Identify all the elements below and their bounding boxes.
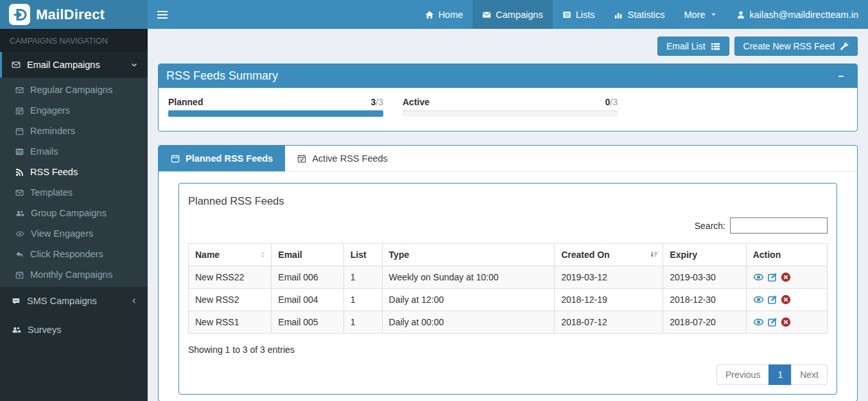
nav-user-email: kailash@maildirectteam.in [750, 10, 858, 20]
column-header-action[interactable]: Action [746, 244, 827, 266]
column-header-list[interactable]: List [343, 244, 382, 266]
sidebar-item-emails[interactable]: Emails [0, 141, 148, 162]
tab-label: Active RSS Feeds [312, 153, 388, 164]
envelope-icon [12, 60, 21, 69]
envelope-icon [482, 10, 491, 19]
edit-icon[interactable] [767, 317, 777, 327]
tab-active-rss-feeds[interactable]: Active RSS Feeds [285, 146, 400, 171]
cell-type: Weekly on Sunday at 10:00 [382, 266, 555, 289]
pagination-page-1-button[interactable]: 1 [768, 364, 792, 385]
th-list-icon [711, 42, 720, 51]
sidebar-item-label: Group Campaigns [31, 208, 107, 218]
sidebar-item-label: Surveys [28, 325, 61, 335]
envelope-icon [15, 189, 24, 197]
sidebar-item-label: Regular Campaigns [30, 85, 112, 95]
sidebar-item-email-campaigns[interactable]: Email Campaigns [0, 52, 148, 78]
sidebar-toggle-hamburger-icon[interactable] [148, 0, 177, 29]
action-cell [753, 272, 820, 282]
sidebar-item-rss-feeds[interactable]: RSS Feeds [0, 162, 148, 182]
cell-list: 1 [343, 289, 382, 311]
table-header-row: Name Email List Type Created On Expiry A… [189, 244, 828, 266]
sidebar-item-view-engagers[interactable]: View Engagers [0, 223, 148, 244]
nav-campaigns[interactable]: Campaigns [473, 0, 552, 29]
sidebar-item-engagers[interactable]: Engagers [0, 100, 148, 121]
email-list-button[interactable]: Email List [657, 37, 729, 56]
collapse-button[interactable] [833, 73, 849, 80]
delete-times-circle-icon[interactable] [781, 317, 791, 327]
bar-chart-icon [614, 10, 623, 19]
sidebar-item-label: Templates [30, 187, 73, 198]
sidebar-item-label: Click Responders [30, 249, 103, 259]
navbar: Home Campaigns Lists Statistics More kai… [148, 0, 868, 29]
calendar-icon [171, 154, 180, 163]
cell-created-on: 2018-12-19 [555, 289, 663, 311]
sidebar-item-label: Emails [30, 146, 58, 157]
sidebar-item-surveys[interactable]: Surveys [0, 317, 148, 343]
column-header-type[interactable]: Type [382, 244, 555, 266]
sidebar-item-label: SMS Campaigns [27, 296, 97, 306]
cell-created-on: 2018-07-12 [555, 311, 663, 334]
brand-logo[interactable]: MailDirect [0, 0, 148, 29]
sidebar-item-label: Email Campaigns [27, 60, 100, 70]
rss-feeds-tabs-panel: Planned RSS Feeds Active RSS Feeds Plann… [158, 145, 858, 401]
caret-down-icon [710, 11, 717, 18]
envelope-square-icon [15, 148, 24, 156]
nav-more[interactable]: More [675, 0, 727, 29]
minus-icon [837, 73, 845, 80]
column-header-email[interactable]: Email [272, 244, 343, 266]
create-rss-label: Create New RSS Feed [743, 41, 835, 51]
rss-icon [15, 168, 24, 176]
nav-home[interactable]: Home [415, 0, 473, 29]
pagination-previous-button[interactable]: Previous [716, 364, 769, 385]
cell-expiry: 2019-03-30 [663, 266, 746, 289]
cell-email: Email 005 [272, 311, 343, 334]
calendar-check-icon [297, 154, 306, 163]
cell-name: New RSS22 [189, 266, 272, 289]
view-eye-icon[interactable] [753, 272, 764, 282]
chevron-left-icon [130, 297, 138, 305]
edit-icon[interactable] [767, 294, 777, 305]
nav-statistics[interactable]: Statistics [604, 0, 674, 29]
planned-progress-group: Planned 3/3 [168, 97, 383, 117]
sidebar-item-reminders[interactable]: Reminders [0, 121, 148, 141]
active-progress-bar [403, 110, 618, 117]
pagination-next-button[interactable]: Next [791, 364, 828, 385]
cell-list: 1 [343, 266, 382, 289]
sidebar-item-sms-campaigns[interactable]: SMS Campaigns [0, 288, 148, 314]
nav-lists[interactable]: Lists [553, 0, 605, 29]
list-icon [562, 10, 571, 19]
chevron-down-icon [130, 61, 138, 69]
delete-times-circle-icon[interactable] [781, 272, 791, 282]
nav-user-account[interactable]: kailash@maildirectteam.in [727, 0, 868, 29]
edit-icon[interactable] [767, 272, 777, 282]
column-header-name[interactable]: Name [189, 244, 272, 266]
search-input[interactable] [730, 218, 828, 234]
cell-expiry: 2018-12-30 [663, 289, 746, 311]
column-header-expiry[interactable]: Expiry [663, 244, 746, 266]
calendar-icon [15, 127, 24, 135]
maildirect-logo-icon [9, 4, 30, 25]
summary-title: RSS Feeds Summary [166, 69, 278, 83]
sidebar-item-click-responders[interactable]: Click Responders [0, 244, 148, 264]
cell-name: New RSS2 [189, 289, 272, 311]
sidebar-section-header: CAMPAIGNS NAVIGATION [0, 29, 148, 52]
view-eye-icon[interactable] [753, 317, 764, 327]
nav-home-label: Home [438, 10, 464, 20]
pagination-row: Previous 1 Next [188, 364, 828, 385]
calendar-icon [15, 107, 24, 115]
sidebar-item-templates[interactable]: Templates [0, 182, 148, 203]
sidebar-item-label: Monthly Campaigns [30, 269, 112, 280]
delete-times-circle-icon[interactable] [781, 294, 791, 305]
sidebar-item-regular-campaigns[interactable]: Regular Campaigns [0, 80, 148, 100]
tab-planned-rss-feeds[interactable]: Planned RSS Feeds [159, 146, 285, 171]
create-new-rss-feed-button[interactable]: Create New RSS Feed [734, 37, 858, 56]
sidebar-item-group-campaigns[interactable]: Group Campaigns [0, 203, 148, 223]
sidebar-item-monthly-campaigns[interactable]: Monthly Campaigns [0, 264, 148, 285]
nav-campaigns-label: Campaigns [496, 10, 542, 20]
tab-bar: Planned RSS Feeds Active RSS Feeds [159, 146, 857, 172]
cell-expiry: 2018-07-20 [663, 311, 746, 334]
tab-label: Planned RSS Feeds [186, 153, 273, 164]
column-header-created-on[interactable]: Created On [555, 244, 663, 266]
sort-desc-icon [650, 251, 658, 259]
view-eye-icon[interactable] [753, 294, 764, 305]
